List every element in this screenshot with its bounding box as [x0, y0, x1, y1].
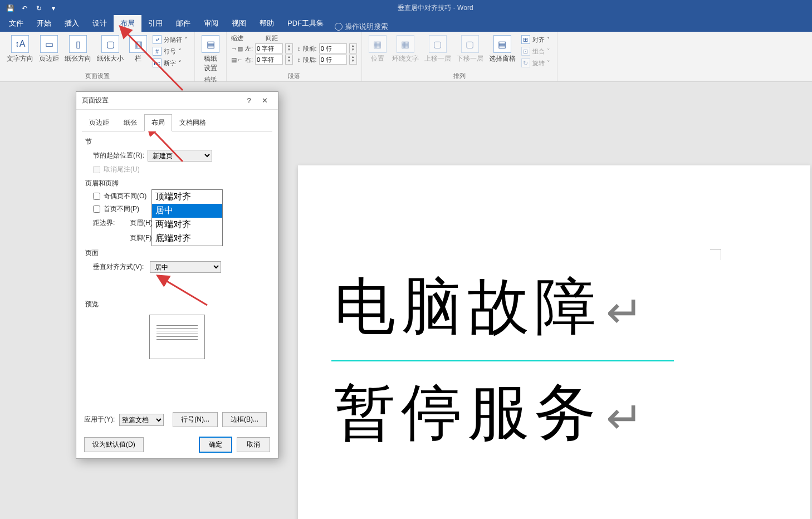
- orientation-button[interactable]: ▯纸张方向: [62, 34, 94, 65]
- ok-button[interactable]: 确定: [199, 437, 232, 453]
- indent-left-input[interactable]: [255, 43, 283, 53]
- dialog-tab-paper[interactable]: 纸张: [116, 114, 144, 131]
- first-page-checkbox[interactable]: [93, 205, 100, 213]
- tab-pdf[interactable]: PDF工具集: [281, 15, 330, 32]
- odd-even-checkbox[interactable]: [93, 193, 100, 200]
- position-icon: ▦: [369, 35, 387, 53]
- group-label-paragraph: 段落: [231, 71, 357, 80]
- ribbon: ↕A文字方向 ▭页边距 ▯纸张方向 ▢纸张大小 ▥栏 ⤶分隔符 ˅ #行号 ˅ …: [0, 32, 812, 82]
- help-icon[interactable]: ?: [241, 96, 257, 105]
- text-direction-button[interactable]: ↕A文字方向: [4, 34, 36, 65]
- tab-review[interactable]: 审阅: [197, 15, 225, 32]
- tab-design[interactable]: 设计: [86, 15, 114, 32]
- group-arrange: ▦位置 ▦环绕文字 ▢上移一层 ▢下移一层 ▤选择窗格 ⊞对齐 ˅ ⊡组合 ˅ …: [362, 32, 557, 81]
- dialog-button-row: 设为默认值(D) 确定 取消: [76, 437, 278, 453]
- manuscript-button[interactable]: ▤稿纸 设置: [199, 34, 222, 74]
- dialog-tabs: 页边距 纸张 布局 文档网格: [76, 110, 278, 131]
- breaks-icon: ⤶: [153, 35, 162, 44]
- document-line-1[interactable]: 电脑故障↵: [334, 266, 649, 349]
- send-backward-icon: ▢: [461, 35, 479, 53]
- section-start-select[interactable]: 新建页: [148, 150, 212, 161]
- align-icon: ⊞: [521, 35, 530, 44]
- undo-icon[interactable]: ↶: [19, 3, 30, 14]
- valign-option-bottom[interactable]: 底端对齐: [152, 232, 222, 246]
- valign-option-top[interactable]: 顶端对齐: [152, 190, 222, 204]
- group-label-arrange: 排列: [366, 71, 552, 80]
- document-line-2[interactable]: 暂停服务↵: [334, 371, 649, 454]
- tab-layout[interactable]: 布局: [114, 15, 141, 32]
- line-numbers-dialog-button[interactable]: 行号(N)...: [173, 412, 218, 427]
- send-backward-button: ▢下移一层: [454, 34, 486, 65]
- spinner[interactable]: ▲▼: [285, 55, 293, 65]
- tab-insert[interactable]: 插入: [58, 15, 86, 32]
- dialog-mid-row: 应用于(Y): 整篇文档 行号(N)... 边框(B)...: [76, 412, 278, 427]
- title-bar: 💾 ↶ ↻ ▾ 垂直居中对齐技巧 - Word: [0, 0, 812, 16]
- selection-pane-button[interactable]: ▤选择窗格: [487, 34, 518, 65]
- valign-option-justify[interactable]: 两端对齐: [152, 218, 222, 232]
- indent-right-input[interactable]: [255, 55, 283, 65]
- dialog-tab-layout[interactable]: 布局: [144, 114, 172, 131]
- tab-mailings[interactable]: 邮件: [169, 15, 197, 32]
- tab-file[interactable]: 文件: [2, 15, 30, 32]
- page[interactable]: 电脑故障↵ 暂停服务↵: [298, 165, 810, 519]
- set-default-button[interactable]: 设为默认值(D): [84, 437, 144, 452]
- from-edge-label: 距边界:: [93, 218, 126, 228]
- first-page-label: 首页不同(P): [104, 204, 139, 214]
- dialog-title-bar[interactable]: 页面设置 ? ✕: [76, 92, 278, 110]
- size-icon: ▢: [101, 35, 119, 53]
- columns-button[interactable]: ▥栏: [127, 34, 149, 65]
- tab-home[interactable]: 开始: [30, 15, 58, 32]
- breaks-button[interactable]: ⤶分隔符 ˅: [150, 34, 190, 45]
- spinner[interactable]: ▲▼: [285, 43, 293, 53]
- indent-left-icon: →▤: [231, 45, 243, 52]
- group-page-setup: ↕A文字方向 ▭页边距 ▯纸张方向 ▢纸张大小 ▥栏 ⤶分隔符 ˅ #行号 ˅ …: [0, 32, 195, 81]
- wrap-icon: ▦: [397, 35, 414, 53]
- tell-me-search[interactable]: 操作说明搜索: [335, 22, 388, 32]
- spinner[interactable]: ▲▼: [349, 55, 357, 65]
- position-button: ▦位置: [366, 34, 389, 65]
- cursor-line: [331, 360, 674, 361]
- rotate-icon: ↻: [521, 58, 530, 67]
- save-icon[interactable]: 💾: [4, 3, 16, 14]
- suppress-endnotes-label: 取消尾注(U): [104, 165, 140, 174]
- odd-even-label: 奇偶页不同(O): [104, 192, 146, 201]
- group-icon: ⊡: [521, 47, 530, 56]
- dialog-title: 页面设置: [82, 96, 241, 105]
- hyphenation-button[interactable]: bc断字 ˅: [150, 57, 190, 68]
- size-button[interactable]: ▢纸张大小: [95, 34, 126, 65]
- paragraph-mark-icon: ↵: [606, 286, 649, 338]
- space-after-input[interactable]: [319, 55, 347, 65]
- spinner[interactable]: ▲▼: [349, 43, 357, 53]
- space-before-icon: ↕: [297, 45, 301, 52]
- redo-icon[interactable]: ↻: [33, 3, 45, 14]
- borders-dialog-button[interactable]: 边框(B)...: [222, 412, 267, 427]
- page-setup-dialog: 页面设置 ? ✕ 页边距 纸张 布局 文档网格 节 节的起始位置(R): 新建页…: [76, 91, 278, 459]
- tab-help[interactable]: 帮助: [253, 15, 281, 32]
- suppress-endnotes-checkbox: [93, 166, 100, 173]
- apply-to-select[interactable]: 整篇文档: [119, 414, 164, 426]
- space-after-icon: ↕: [297, 56, 301, 63]
- valign-option-center[interactable]: 居中: [152, 204, 222, 218]
- margins-button[interactable]: ▭页边距: [37, 34, 61, 65]
- orientation-icon: ▯: [69, 35, 87, 53]
- dialog-tab-margins[interactable]: 页边距: [82, 114, 116, 131]
- space-before-input[interactable]: [319, 43, 347, 53]
- manuscript-icon: ▤: [202, 35, 219, 53]
- dialog-body: 节 节的起始位置(R): 新建页 取消尾注(U) 页眉和页脚 奇偶页不同(O) …: [82, 131, 272, 365]
- tab-references[interactable]: 引用: [141, 15, 169, 32]
- qat-dropdown-icon[interactable]: ▾: [48, 3, 59, 14]
- line-numbers-button[interactable]: #行号 ˅: [150, 46, 190, 57]
- valign-select[interactable]: 居中: [150, 261, 221, 273]
- align-button[interactable]: ⊞对齐 ˅: [519, 34, 552, 45]
- close-icon[interactable]: ✕: [257, 96, 272, 105]
- selection-pane-icon: ▤: [493, 35, 511, 53]
- cancel-button[interactable]: 取消: [237, 437, 270, 452]
- valign-label: 垂直对齐方式(V):: [93, 262, 146, 272]
- window-title: 垂直居中对齐技巧 - Word: [59, 3, 812, 13]
- preview-box: [149, 315, 205, 359]
- section-header-page: 页面: [85, 248, 269, 258]
- tab-view[interactable]: 视图: [225, 15, 253, 32]
- group-paragraph: 缩进间距 →▤左:▲▼ ↕段前:▲▼ ▤←右:▲▼ ↕段后:▲▼ 段落: [227, 32, 362, 81]
- indent-right-icon: ▤←: [231, 56, 243, 63]
- dialog-tab-grid[interactable]: 文档网格: [172, 114, 213, 131]
